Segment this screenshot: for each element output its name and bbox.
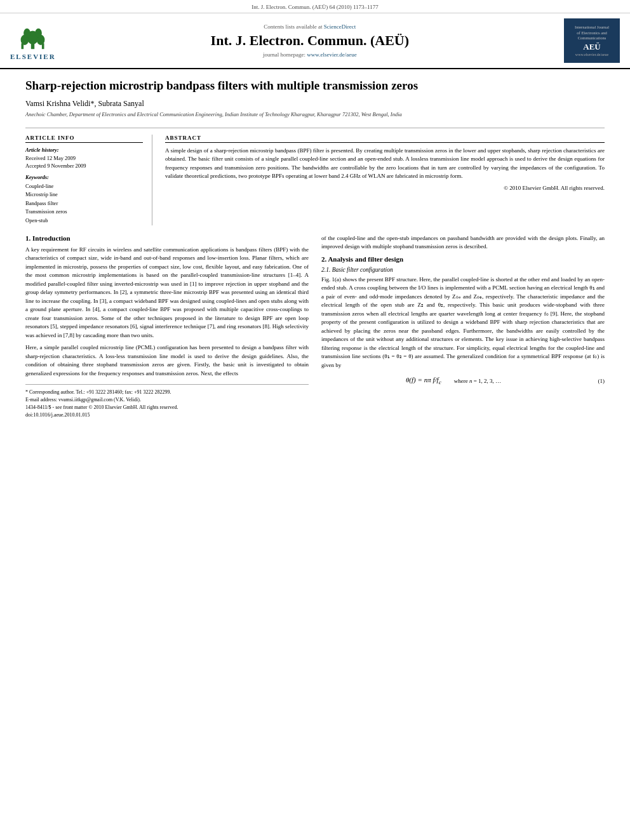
keywords-label: Keywords: bbox=[25, 174, 143, 180]
elsevier-tree-icon bbox=[15, 22, 50, 50]
footnote-area: * Corresponding author. Tel.: +91 3222 2… bbox=[25, 384, 309, 419]
footnote-bottom-1: 1434-8411/$ - see front matter © 2010 El… bbox=[25, 404, 309, 411]
header-banner: ELSEVIER Contents lists available at Sci… bbox=[0, 13, 630, 69]
journal-ref-text: Int. J. Electron. Commun. (AEÜ) 64 (2010… bbox=[251, 4, 379, 10]
elsevier-brand-text: ELSEVIER bbox=[10, 53, 56, 60]
section1-heading: 1. Introduction bbox=[25, 234, 309, 242]
keyword-5: Open-stub bbox=[25, 217, 143, 225]
footnote-2: E-mail address: vvamsi.iitkgp@gmail.com … bbox=[25, 396, 309, 404]
article-affiliation: Anechoic Chamber, Department of Electron… bbox=[25, 111, 605, 119]
journal-logo-top-text: International Journalof Electronics andC… bbox=[575, 25, 609, 41]
article-authors: Vamsi Krishna Velidi*, Subrata Sanyal bbox=[25, 99, 605, 109]
main-content: Sharp-rejection microstrip bandpass filt… bbox=[0, 69, 630, 432]
article-info-label: ARTICLE INFO bbox=[25, 135, 143, 143]
header-center: Contents lists available at ScienceDirec… bbox=[56, 23, 564, 58]
body-left-col: 1. Introduction A key requirement for RF… bbox=[25, 234, 309, 420]
section1-para2: Here, a simple parallel coupled microstr… bbox=[25, 343, 309, 378]
section1-para1: A key requirement for RF circuits in wir… bbox=[25, 246, 309, 340]
formula-number: (1) bbox=[586, 378, 605, 384]
elsevier-logo: ELSEVIER bbox=[10, 22, 56, 60]
formula-text: θ(f) = nπ f/fc bbox=[406, 376, 441, 385]
journal-logo-main-text: AEÜ bbox=[583, 43, 600, 51]
keyword-2: Microstrip line bbox=[25, 190, 143, 199]
body-two-col: 1. Introduction A key requirement for RF… bbox=[25, 234, 605, 420]
keyword-4: Transmission zeros bbox=[25, 208, 143, 217]
abstract-column: ABSTRACT A simple design of a sharp-reje… bbox=[165, 135, 605, 225]
section2-sub-heading: 2.1. Basic filter configuration bbox=[321, 267, 605, 273]
svg-rect-6 bbox=[22, 43, 24, 49]
footnote-bottom-2: doi:10.1016/j.aeue.2010.01.015 bbox=[25, 411, 309, 419]
homepage-label: journal homepage: bbox=[263, 51, 305, 58]
authors-text: Vamsi Krishna Velidi*, Subrata Sanyal bbox=[25, 99, 144, 108]
formula-where: where n = 1, 2, 3, … bbox=[454, 378, 501, 384]
keyword-1: Coupled-line bbox=[25, 182, 143, 191]
article-info-column: ARTICLE INFO Article history: Received 1… bbox=[25, 135, 152, 225]
copyright-line: © 2010 Elsevier GmbH. All rights reserve… bbox=[165, 185, 605, 191]
page-wrapper: Int. J. Electron. Commun. (AEÜ) 64 (2010… bbox=[0, 0, 630, 840]
received-date: Received 12 May 2009 bbox=[25, 155, 143, 161]
svg-point-5 bbox=[35, 28, 42, 37]
abstract-label: ABSTRACT bbox=[165, 135, 605, 143]
journal-title: Int. J. Electron. Commun. (AEÜ) bbox=[69, 32, 551, 49]
section2-para: Fig. 1(a) shows the present BPF structur… bbox=[321, 276, 605, 370]
article-title: Sharp-rejection microstrip bandpass filt… bbox=[25, 78, 605, 94]
footnote-1: * Corresponding author. Tel.: +91 3222 2… bbox=[25, 389, 309, 396]
article-history-label: Article history: bbox=[25, 147, 143, 153]
svg-point-4 bbox=[23, 28, 30, 37]
article-info-abstract-section: ARTICLE INFO Article history: Received 1… bbox=[25, 128, 605, 225]
journal-logo-subtitle: www.elsevier.de/aeue bbox=[575, 53, 608, 57]
journal-reference: Int. J. Electron. Commun. (AEÜ) 64 (2010… bbox=[0, 0, 630, 13]
section1-cont: of the coupled-line and the open-stub im… bbox=[321, 234, 605, 251]
formula-content: θ(f) = nπ f/fc where n = 1, 2, 3, … bbox=[321, 376, 586, 385]
contents-label: Contents lists available at bbox=[264, 23, 322, 30]
journal-homepage: journal homepage: www.elsevier.de/aeue bbox=[69, 51, 551, 58]
body-right-col: of the coupled-line and the open-stub im… bbox=[321, 234, 605, 420]
sciencedirect-link[interactable]: ScienceDirect bbox=[324, 23, 356, 30]
accepted-date: Accepted 9 November 2009 bbox=[25, 163, 143, 169]
svg-rect-7 bbox=[42, 43, 44, 49]
section2-heading: 2. Analysis and filter design bbox=[321, 255, 605, 263]
contents-available-line: Contents lists available at ScienceDirec… bbox=[69, 23, 551, 30]
abstract-text: A simple design of a sharp-rejection mic… bbox=[165, 147, 605, 181]
keyword-3: Bandpass filter bbox=[25, 199, 143, 208]
journal-logo-box: International Journalof Electronics andC… bbox=[564, 18, 620, 63]
homepage-url[interactable]: www.elsevier.de/aeue bbox=[307, 51, 356, 58]
formula-block: θ(f) = nπ f/fc where n = 1, 2, 3, … (1) bbox=[321, 376, 605, 385]
